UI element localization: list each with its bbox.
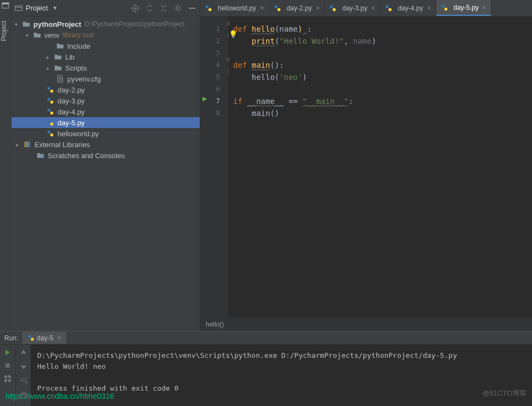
code-line-2: print("Hello World!", name) [233,35,532,47]
tree-file-day5[interactable]: day-5.py [11,117,200,128]
python-file-icon [47,130,54,137]
tab-day3[interactable]: day-3.py × [325,0,380,16]
project-view-dropdown[interactable]: ▼ [52,5,57,11]
root-path: D:\PycharmProjects\pythonProject [84,20,184,28]
python-file-icon [47,108,54,115]
tree-root[interactable]: ▾ pythonProject D:\PycharmProjects\pytho… [11,19,200,30]
fold-end-icon[interactable]: ⌊ [227,66,230,78]
python-file-icon [47,97,54,105]
run-gutter-icon[interactable]: ▶ [203,95,207,102]
chevron-down-icon[interactable]: ▾ [15,21,20,27]
node-label: day-2.py [57,86,85,94]
code-line-5: hello('neo') [233,71,532,83]
svg-rect-44 [4,379,7,382]
code-line-7: if __name__ == "__main__": [233,95,532,107]
tree-pyvenv[interactable]: pyvenv.cfg [11,73,200,84]
close-icon[interactable]: × [371,4,375,12]
tree-scripts[interactable]: ▸ Scripts [11,62,200,73]
fold-icon[interactable]: ⊟ [227,18,230,30]
tab-helloworld[interactable]: helloworld.py × [200,0,269,16]
svg-rect-32 [277,8,280,11]
project-view-title[interactable]: Project [26,4,48,12]
project-tool-label[interactable]: Project [0,21,11,41]
svg-rect-26 [26,142,28,148]
layout-icon[interactable] [3,374,12,383]
python-file-icon [47,119,54,126]
node-label: Scripts [65,64,87,72]
hide-icon[interactable] [188,4,196,13]
library-icon [24,141,31,148]
chevron-down-icon[interactable]: ▾ [26,32,31,38]
svg-rect-18 [50,101,53,103]
code-line-6 [233,83,532,95]
code-line-3 [233,47,532,59]
tree-lib[interactable]: ▸ Lib [11,51,200,62]
tree-file-day3[interactable]: day-3.py [11,95,200,106]
fold-icon[interactable]: ⊟ [227,54,230,66]
close-icon[interactable]: × [260,4,264,12]
stop-icon[interactable] [3,361,12,370]
up-icon[interactable] [19,348,28,357]
python-file-icon [47,86,54,94]
node-label: Include [67,42,90,50]
down-icon[interactable] [19,362,28,371]
tab-label: day-2.py [287,4,312,12]
svg-rect-41 [5,363,10,368]
chevron-right-icon[interactable]: ▸ [16,142,21,148]
settings-icon[interactable] [174,4,182,13]
close-icon[interactable]: × [316,4,320,12]
svg-rect-2 [15,5,22,10]
project-tree[interactable]: ▾ pythonProject D:\PycharmProjects\pytho… [11,16,200,163]
svg-rect-35 [386,5,389,8]
tab-day5[interactable]: day-5.py × [436,0,492,16]
close-icon[interactable]: × [57,334,61,342]
line-gutter[interactable]: 1 2 3 4 5 6 7 8 [200,16,228,318]
close-icon[interactable]: × [483,3,487,11]
tree-external-libs[interactable]: ▸ External Libraries [11,139,200,150]
svg-rect-20 [50,112,53,114]
code-line-8: main() [233,107,532,119]
svg-rect-1 [2,3,9,4]
run-header: Run: day-5 × [0,332,532,345]
collapse-all-icon[interactable] [159,4,168,13]
tree-file-day2[interactable]: day-2.py [11,84,200,95]
line-num: 4 [200,59,220,71]
code-line-4: def main(): [233,59,532,71]
tree-file-hello[interactable]: helloworld.py [11,128,200,139]
locate-icon[interactable] [131,4,140,13]
console-line: D:\PycharmProjects\pythonProject\venv\Sc… [37,351,457,359]
folder-icon [54,53,62,61]
python-file-icon [274,4,281,12]
svg-rect-45 [8,379,11,382]
run-config-tab[interactable]: day-5 × [22,332,66,344]
tree-file-day4[interactable]: day-4.py [11,106,200,117]
tree-include[interactable]: Include [11,40,200,51]
close-icon[interactable]: × [427,4,431,12]
rerun-icon[interactable] [3,348,12,357]
svg-point-10 [176,7,180,10]
python-file-icon [385,4,392,12]
chevron-right-icon[interactable]: ▸ [47,54,52,60]
python-file-icon [441,4,448,11]
fold-end-icon[interactable]: ⌊ [227,30,230,42]
line-num: 2 [200,35,220,47]
chevron-right-icon[interactable]: ▸ [47,65,52,71]
watermark-url: https://www.cndba.cn/hbhe0316 [5,392,114,401]
watermark-blog: @51CTO博客 [482,388,527,398]
project-header: Project ▼ [11,0,200,16]
breadcrumb[interactable]: hello() [200,318,532,331]
tree-venv[interactable]: ▾ venv library root [11,30,200,40]
tab-day2[interactable]: day-2.py × [269,0,325,16]
node-label: day-3.py [57,97,85,105]
tree-scratches[interactable]: Scratches and Consoles [11,150,200,161]
svg-rect-30 [209,8,211,11]
tab-day4[interactable]: day-4.py × [380,0,436,16]
svg-rect-29 [206,5,209,8]
project-tool-icon[interactable] [1,1,10,10]
folder-icon [33,31,41,39]
expand-all-icon[interactable] [145,4,154,13]
svg-rect-25 [25,142,26,148]
python-file-icon [329,4,337,12]
code-editor[interactable]: 💡 ⊟ ⌊ ⊟ ⌊ def hello(name) : print("Hello… [228,16,532,318]
soft-wrap-icon[interactable] [19,376,28,385]
